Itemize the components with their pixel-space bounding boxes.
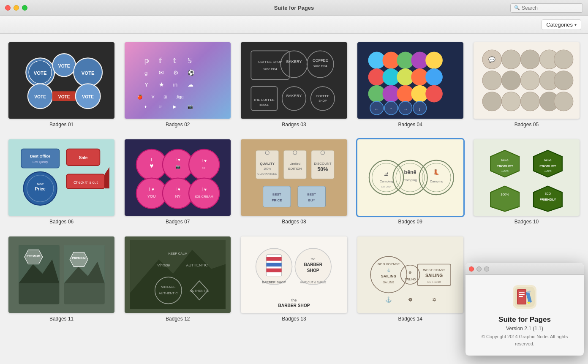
svg-text:100%: 100%: [544, 169, 552, 172]
svg-text:☁: ☁: [187, 81, 193, 88]
minimize-button[interactable]: [14, 5, 19, 11]
badges09-thumbnail: 🏕 Camping Est. 2014 bēnē Camping 👢 Campi…: [362, 143, 458, 212]
svg-text:▶: ▶: [173, 104, 176, 109]
svg-text:THE COFFEE: THE COFFEE: [253, 98, 275, 102]
svg-point-106: [189, 149, 219, 180]
item-label: Badges 06: [49, 219, 74, 225]
list-item[interactable]: VOTE VOTE VOTE VOTE VOTE VOTE Badges 01: [8, 42, 114, 128]
svg-text:PRODUCT: PRODUCT: [497, 164, 513, 168]
svg-text:𝕡: 𝕡: [144, 57, 149, 65]
list-item[interactable]: PREMIUM PREMIUM Badges 11: [8, 236, 114, 322]
list-item[interactable]: ← ↑ → ↓ Badges 04: [357, 42, 463, 128]
svg-text:AUTHENTIC: AUTHENTIC: [159, 291, 178, 295]
item-label: Badges 09: [398, 219, 422, 225]
svg-text:BAKERY: BAKERY: [286, 94, 302, 98]
list-item[interactable]: 💬 Badges 05: [474, 42, 580, 128]
svg-text:Sale: Sale: [79, 155, 87, 160]
badges03-thumbnail: COFFEE SHOP since 1984 BAKERY COFFEE sin…: [246, 46, 342, 115]
list-item[interactable]: COFFEE SHOP since 1984 BAKERY COFFEE sin…: [241, 42, 347, 128]
categories-button[interactable]: Categories ▾: [542, 19, 581, 30]
search-input[interactable]: [522, 5, 579, 11]
svg-point-147: [422, 163, 451, 192]
svg-text:I ♥: I ♥: [201, 187, 207, 192]
list-item[interactable]: BARBER SHOP the BARBER SHOP HAIR CUT & S…: [241, 236, 347, 322]
svg-text:☞: ☞: [159, 104, 163, 109]
svg-text:AUTHENTIC: AUTHENTIC: [186, 263, 208, 267]
list-item[interactable]: QUALITY 100% GUARANTEED Limited EDITION …: [241, 139, 347, 225]
svg-text:PREMIUM: PREMIUM: [27, 254, 40, 257]
svg-point-87: [554, 92, 573, 111]
svg-text:50%: 50%: [317, 166, 328, 172]
svg-text:SAILING: SAILING: [425, 273, 443, 278]
maximize-button[interactable]: [22, 5, 27, 11]
list-item[interactable]: BON VOYAGE ⚓ SAILING SAILING ⊕ SAILING W…: [357, 236, 463, 322]
svg-text:✡: ✡: [432, 296, 436, 302]
svg-text:I: I: [151, 157, 152, 162]
about-copyright: © Copyright 2014 Graphic Node. All right…: [474, 333, 575, 347]
svg-text:𝕗: 𝕗: [159, 57, 162, 64]
badges02-thumbnail: 𝕡 𝕗 𝕥 𝕊 g ✉ ⚙ ⚽ Y ★ in ☁ 🍎 V ⊞ digg: [130, 46, 226, 115]
svg-text:YOU: YOU: [147, 194, 156, 198]
svg-text:bēnē: bēnē: [404, 169, 416, 175]
svg-text:★: ★: [159, 81, 164, 88]
list-item[interactable]: 𝕡 𝕗 𝕥 𝕊 g ✉ ⚙ ⚽ Y ★ in ☁ 🍎 V ⊞ digg: [125, 42, 231, 128]
svg-point-80: [521, 71, 540, 90]
svg-rect-215: [519, 292, 525, 293]
svg-text:PRODUCT: PRODUCT: [540, 164, 556, 168]
svg-text:VOTE: VOTE: [58, 64, 70, 68]
svg-point-53: [425, 52, 443, 69]
svg-text:EST. 1899: EST. 1899: [427, 280, 441, 283]
svg-text:BEST: BEST: [272, 193, 281, 196]
svg-text:Best Office: Best Office: [30, 154, 50, 158]
svg-text:VOTE: VOTE: [34, 95, 46, 99]
list-item[interactable]: I ♥ I ♥ 📷 I ♥ ✂ I ♥ YOU I ♥ NY I ♥: [125, 139, 231, 225]
item-label: Badges 12: [166, 316, 190, 322]
svg-point-82: [554, 71, 573, 90]
about-close-button[interactable]: [469, 266, 474, 272]
svg-text:AUTHENTIC: AUTHENTIC: [190, 289, 209, 293]
svg-text:SAILING: SAILING: [383, 280, 395, 283]
svg-text:BARBER: BARBER: [304, 262, 322, 267]
item-label: Badges 02: [166, 122, 190, 128]
svg-text:Check this out: Check this out: [73, 180, 98, 185]
badges01-thumbnail: VOTE VOTE VOTE VOTE VOTE VOTE: [14, 46, 109, 115]
svg-text:Camping: Camping: [430, 179, 444, 183]
item-label: Badges 10: [514, 219, 539, 225]
about-body: Suite for Pages Version 2.1 (1.1) © Copy…: [466, 275, 584, 356]
badges05-thumbnail: 💬: [479, 46, 574, 115]
svg-text:ECO: ECO: [545, 192, 551, 195]
svg-text:SAILING: SAILING: [405, 278, 416, 281]
svg-text:BEST: BEST: [307, 193, 316, 196]
svg-text:Y: Y: [144, 81, 148, 88]
svg-text:📷: 📷: [175, 164, 180, 169]
svg-text:VOTE: VOTE: [33, 71, 46, 76]
list-item[interactable]: bēnē PRODUCT 100% bēnē PRODUCT 100% 100%…: [474, 139, 580, 225]
svg-point-83: [482, 92, 501, 111]
svg-text:Est. 2014: Est. 2014: [381, 185, 392, 188]
svg-text:GUARANTEED: GUARANTEED: [257, 172, 277, 175]
svg-text:since 1984: since 1984: [313, 65, 327, 68]
svg-text:Camping: Camping: [380, 179, 393, 183]
chevron-down-icon: ▾: [574, 22, 577, 27]
item-label: Badges 03: [282, 122, 306, 128]
list-item[interactable]: Best Office Best Quality Sale New Price …: [8, 139, 114, 225]
svg-rect-88: [21, 149, 59, 168]
svg-marker-158: [491, 186, 520, 212]
list-item[interactable]: 🏕 Camping Est. 2014 bēnē Camping 👢 Campi…: [357, 139, 463, 225]
close-button[interactable]: [5, 5, 11, 11]
search-box[interactable]: 🔍: [510, 3, 583, 13]
svg-text:NY: NY: [175, 194, 181, 198]
toolbar: Categories ▾: [0, 16, 588, 34]
svg-text:digg: digg: [175, 95, 183, 99]
svg-text:the: the: [291, 298, 297, 302]
list-item[interactable]: Vintage KEEP CALM AUTHENTIC VINTAGE AUTH…: [125, 236, 231, 322]
svg-text:☸: ☸: [408, 296, 413, 302]
svg-text:SHOP: SHOP: [307, 268, 319, 272]
item-label: Badges 14: [398, 316, 422, 322]
item-label: Badges 04: [398, 122, 422, 128]
svg-text:VINTAGE: VINTAGE: [161, 285, 175, 289]
svg-text:🏕: 🏕: [384, 172, 389, 177]
svg-text:DISCOUNT: DISCOUNT: [314, 162, 331, 166]
svg-text:100%: 100%: [501, 193, 509, 196]
titlebar: Suite for Pages 🔍: [0, 0, 588, 16]
